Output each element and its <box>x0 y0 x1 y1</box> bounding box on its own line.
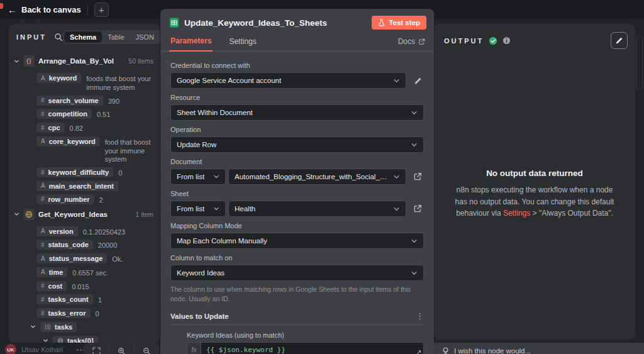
schema-row-keyword-difficulty[interactable]: #keyword_difficulty 0 <box>36 167 153 178</box>
schema-row-status-code[interactable]: #status_code 20000 <box>36 240 153 250</box>
http-node-icon <box>23 209 35 220</box>
field-pill: #cpc <box>36 123 65 133</box>
schema-row-row-number[interactable]: #row_number 2 <box>36 194 153 205</box>
kebab-menu-icon[interactable]: ⋮ <box>416 312 424 320</box>
resource-select[interactable]: Sheet Within Document <box>170 104 424 121</box>
tab-parameters[interactable]: Parameters <box>169 32 213 52</box>
chevron-down-icon <box>209 174 219 180</box>
sheet-select[interactable]: Health <box>228 201 406 217</box>
fit-view-button[interactable] <box>84 343 109 354</box>
info-icon[interactable] <box>502 36 511 45</box>
plus-icon: + <box>99 4 104 15</box>
edit-output-button[interactable] <box>611 32 628 49</box>
edit-credential-button[interactable] <box>411 74 424 87</box>
group-get-keyword-ideas[interactable]: Get_Keyword_Ideas 1 item <box>14 209 153 220</box>
field-pill: #search_volume <box>36 96 103 106</box>
chevron-down-icon[interactable] <box>14 58 19 64</box>
tab-table[interactable]: Table <box>102 31 130 43</box>
avatar[interactable]: UK <box>5 344 16 354</box>
field-key: core_keyword <box>49 138 96 145</box>
modal-header: Update_Keyword_Ideas_To_Sheets Test step <box>160 9 434 30</box>
section-divider <box>170 324 424 325</box>
chevron-down-icon <box>407 141 418 148</box>
node-title[interactable]: Update_Keyword_Ideas_To_Sheets <box>184 18 327 28</box>
sheet-label: Sheet <box>170 190 424 197</box>
document-mode-value: From list <box>177 173 204 180</box>
chevron-down-icon[interactable] <box>30 324 36 329</box>
schema-row-version[interactable]: Aversion 0.1.20250423 <box>36 226 153 237</box>
add-tab-button[interactable]: + <box>94 3 109 17</box>
zoom-in-button[interactable] <box>109 343 134 354</box>
values-fields: Keyword Ideas (using to match) fx {{ $js… <box>187 331 424 354</box>
tab-schema[interactable]: Schema <box>64 31 102 43</box>
docs-link[interactable]: Docs <box>398 37 425 51</box>
field-key: search_volume <box>48 97 99 104</box>
output-panel-header: OUTPUT <box>434 24 635 49</box>
expression-input[interactable]: {{ $json.keyword }} <box>201 342 424 354</box>
field-key: version <box>49 228 74 235</box>
output-title: OUTPUT <box>444 37 484 45</box>
tab-json[interactable]: JSON <box>130 31 160 43</box>
schema-row-keyword[interactable]: Akeyword foods that boost your immune sy… <box>36 73 153 92</box>
mapping-mode-select[interactable]: Map Each Column Manually <box>170 233 424 249</box>
type-badge: # <box>41 241 45 248</box>
match-column-label: Column to match on <box>170 254 424 262</box>
match-column-value: Keyword Ideas <box>177 269 225 277</box>
chevron-down-icon[interactable] <box>14 211 19 217</box>
sheet-mode-select[interactable]: From list <box>170 201 226 217</box>
field-pill: tasks[0] <box>53 336 98 343</box>
schema-row-main-search-intent[interactable]: Amain_search_intent <box>36 181 153 191</box>
match-column-select[interactable]: Keyword Ideas <box>170 265 424 281</box>
fit-view-icon <box>92 347 101 354</box>
credential-select[interactable]: Google Service Account account <box>170 72 406 89</box>
expand-expression-icon[interactable] <box>416 350 421 354</box>
schema-row-tasks-error[interactable]: #tasks_error 0 <box>36 308 153 319</box>
settings-link[interactable]: Settings <box>503 209 530 218</box>
field-value: 0.1.20250423 <box>83 226 125 237</box>
type-badge: # <box>41 169 45 176</box>
field-value: 0.82 <box>70 123 83 133</box>
feedback-bar[interactable]: I wish this node would... <box>434 343 644 354</box>
open-sheet-button[interactable] <box>411 202 424 215</box>
group-arrange-data-by-vol[interactable]: {} Arrange_Data_By_Vol 50 items <box>14 55 153 67</box>
test-step-button[interactable]: Test step <box>372 16 426 30</box>
google-sheets-icon <box>169 18 179 28</box>
field-pill: #competition <box>36 109 92 119</box>
flask-icon <box>378 19 385 26</box>
keyword-ideas-expression-row: fx {{ $json.keyword }} <box>187 342 424 354</box>
sheet-value: Health <box>235 205 255 213</box>
schema-row-search-volume[interactable]: #search_volume 390 <box>36 96 153 106</box>
document-mode-select[interactable]: From list <box>170 169 226 185</box>
schema-row-core-keyword[interactable]: Acore_keyword food that boost your immun… <box>36 136 153 164</box>
schema-row-cpc[interactable]: #cpc 0.82 <box>36 123 153 133</box>
field-value: 1 <box>98 294 102 305</box>
no-output-body: n8n stops executing the workflow when a … <box>441 184 628 219</box>
open-document-button[interactable] <box>411 170 424 183</box>
panel-resize-handle[interactable] <box>636 35 643 91</box>
no-output-line2: has no output data. You can change this … <box>441 196 628 208</box>
schema-row-tasks-count[interactable]: #tasks_count 1 <box>36 294 153 305</box>
document-row: From list Automated_Blogging_Structure_w… <box>170 169 424 185</box>
type-badge: # <box>41 124 45 131</box>
field-value: 0 <box>118 167 122 178</box>
field-pill: #keyword_difficulty <box>36 167 113 177</box>
resource-value: Sheet Within Document <box>177 109 253 116</box>
schema-row-time[interactable]: Atime 0.6557 sec. <box>36 267 153 278</box>
tab-settings[interactable]: Settings <box>228 33 257 51</box>
document-select[interactable]: Automated_Blogging_Structure_with_Social… <box>228 169 406 185</box>
chevron-down-icon[interactable] <box>43 338 48 343</box>
operation-select[interactable]: Update Row <box>170 136 424 153</box>
chevron-down-icon <box>389 77 400 84</box>
schema-row-cost[interactable]: #0.015cost 0.015 <box>36 281 153 292</box>
open-external-icon <box>413 172 422 181</box>
schema-row-tasks[interactable]: tasks <box>30 322 153 332</box>
back-to-canvas-button[interactable]: ← Back to canvas <box>8 5 81 14</box>
schema-row-tasks0[interactable]: tasks[0] <box>43 336 153 343</box>
pencil-icon <box>615 36 623 45</box>
schema-row-status-message[interactable]: Astatus_message Ok. <box>36 253 153 264</box>
schema-row-competition[interactable]: #competition 0.51 <box>36 109 153 119</box>
search-icon[interactable] <box>54 33 63 41</box>
user-name: Utsav Kothari <box>21 346 63 353</box>
fx-toggle[interactable]: fx <box>187 342 201 354</box>
zoom-out-button[interactable] <box>134 343 159 354</box>
